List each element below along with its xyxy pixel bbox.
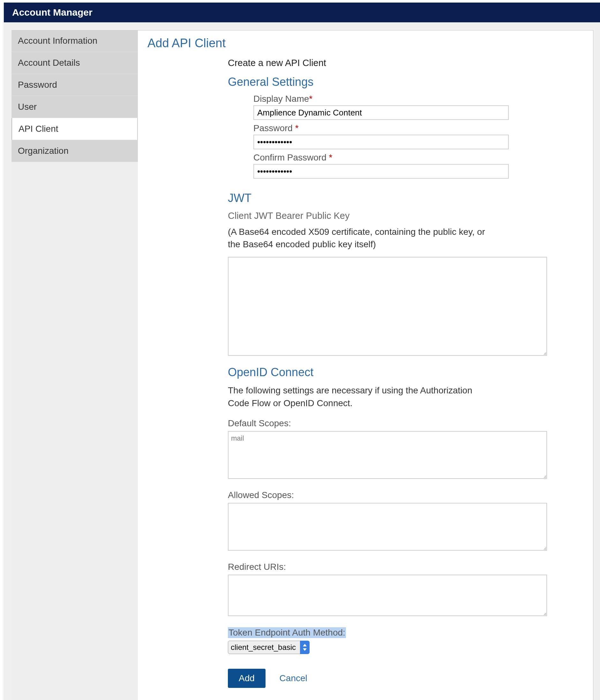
required-asterisk: *	[295, 123, 299, 133]
page-subtitle: Create a new API Client	[228, 58, 583, 68]
cancel-button[interactable]: Cancel	[280, 673, 307, 683]
token-method-label: Token Endpoint Auth Method:	[228, 627, 346, 638]
field-confirm-password: Confirm Password *	[254, 152, 509, 179]
sidebar-item-account-information[interactable]: Account Information	[11, 30, 138, 52]
password-label: Password *	[254, 123, 509, 133]
password-input[interactable]	[254, 135, 509, 149]
confirm-password-label: Confirm Password *	[254, 152, 509, 163]
redirect-uris-textarea[interactable]	[228, 575, 547, 616]
sidebar-item-user[interactable]: User	[11, 96, 138, 118]
default-scopes-label: Default Scopes:	[228, 418, 547, 428]
content: Add API Client Create a new API Client G…	[138, 30, 594, 700]
allowed-scopes-label: Allowed Scopes:	[228, 490, 547, 500]
field-password: Password *	[254, 123, 509, 149]
section-oidc: OpenID Connect The following settings ar…	[228, 366, 547, 688]
oidc-help-text: The following settings are necessary if …	[228, 384, 489, 409]
jwt-help-text: (A Base64 encoded X509 certificate, cont…	[228, 226, 489, 250]
required-asterisk: *	[309, 94, 312, 104]
required-asterisk: *	[329, 152, 333, 162]
button-row: Add Cancel	[228, 669, 547, 688]
display-name-input[interactable]	[254, 105, 509, 120]
page-title: Add API Client	[147, 36, 583, 50]
section-title-general: General Settings	[228, 75, 583, 89]
sidebar-item-organization[interactable]: Organization	[11, 140, 138, 162]
sidebar-item-account-details[interactable]: Account Details	[11, 52, 138, 74]
jwt-subtitle: Client JWT Bearer Public Key	[228, 210, 547, 221]
redirect-uris-label: Redirect URIs:	[228, 562, 547, 572]
sidebar: Account Information Account Details Pass…	[11, 30, 138, 700]
section-jwt: JWT Client JWT Bearer Public Key (A Base…	[228, 192, 547, 358]
add-button[interactable]: Add	[228, 669, 266, 688]
jwt-public-key-textarea[interactable]	[228, 257, 547, 356]
section-title-jwt: JWT	[228, 192, 547, 205]
default-scopes-textarea[interactable]: mail	[228, 431, 547, 479]
token-method-select[interactable]: client_secret_basic	[228, 641, 310, 654]
app-title: Account Manager	[4, 3, 600, 22]
field-display-name: Display Name*	[254, 94, 509, 120]
section-title-oidc: OpenID Connect	[228, 366, 547, 379]
display-name-label: Display Name*	[254, 94, 509, 104]
sidebar-item-api-client[interactable]: API Client	[11, 118, 138, 140]
confirm-password-input[interactable]	[254, 164, 509, 179]
allowed-scopes-textarea[interactable]	[228, 503, 547, 551]
sidebar-item-password[interactable]: Password	[11, 74, 138, 96]
section-general: General Settings Display Name* Password …	[147, 75, 583, 179]
